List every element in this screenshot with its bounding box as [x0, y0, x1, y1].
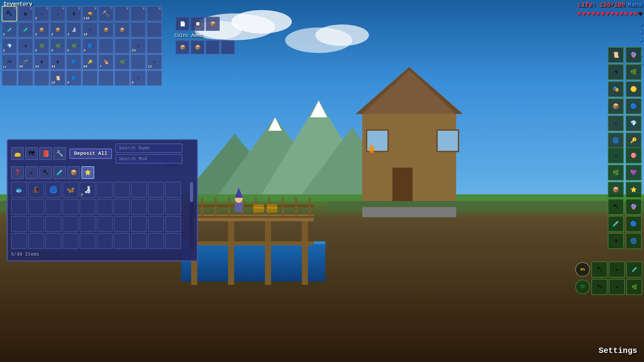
chest-slot-r4-1[interactable]	[11, 233, 27, 249]
deposit-all-button[interactable]: Deposit All	[69, 148, 112, 159]
inv-slot-r2-3[interactable]: 📦3	[34, 22, 49, 38]
chest-slot-r2-3[interactable]	[45, 199, 61, 215]
chest-icon-craft[interactable]: 🔧	[53, 147, 66, 160]
buff-equip-slot-2[interactable]: ✦	[609, 261, 625, 278]
chest-slot-r4-7[interactable]	[114, 233, 130, 249]
equip-slot-10[interactable]: 💎	[626, 115, 642, 131]
buff-shield[interactable]: 🛡	[575, 280, 590, 294]
chest-slot-r2-10[interactable]	[165, 199, 181, 215]
inv-slot-r5-1[interactable]	[2, 70, 17, 86]
filter-box[interactable]: 📦	[67, 166, 80, 179]
chest-slot-r3-8[interactable]	[131, 216, 147, 232]
chest-slot-r2-8[interactable]	[131, 199, 147, 215]
acc-slot-5[interactable]: 📦	[608, 182, 624, 198]
inv-slot-r2-2[interactable]: 🧪	[18, 22, 33, 38]
inv-slot-9[interactable]: 9	[130, 6, 146, 21]
acc-slot-4[interactable]: 💜	[626, 165, 642, 181]
chest-item-5[interactable]: 🍶3	[79, 182, 96, 198]
acc-slot-9[interactable]: 🧪	[608, 216, 624, 232]
acc-slot-3[interactable]: 🌿	[608, 165, 624, 181]
inv-slot-0[interactable]: 0	[147, 6, 162, 21]
inv-slot-2[interactable]: 2⚒	[18, 6, 33, 21]
acc-slot-1[interactable]: ⚔	[608, 147, 624, 164]
inv-slot-r4-1[interactable]: F9F9	[2, 54, 17, 70]
chest-slot-empty-1[interactable]	[97, 182, 113, 198]
acc-slot-7[interactable]: ⛏	[608, 199, 624, 215]
buff-equip-slot-5[interactable]: ✦	[609, 279, 625, 295]
inv-slot-r2-1[interactable]: 🧪3	[2, 22, 17, 38]
chest-slot-empty-2[interactable]	[114, 182, 130, 198]
equip-slot-6[interactable]: 🟡	[626, 81, 642, 97]
inv-slot-r4-4[interactable]: 🗡34	[50, 54, 65, 70]
equip-slot-12[interactable]: 🔑	[626, 132, 642, 148]
chest-slot-r3-2[interactable]	[28, 216, 44, 232]
chest-slot-r4-4[interactable]	[62, 233, 78, 249]
chest-slot-r2-1[interactable]	[11, 199, 27, 215]
chest-slot-r3-3[interactable]	[45, 216, 61, 232]
buff-slot-4[interactable]: 📦	[175, 40, 190, 54]
inv-slot-r4-2[interactable]: 🪄46	[18, 54, 33, 70]
inv-slot-r4-7[interactable]: 🍖7	[98, 54, 114, 70]
inv-slot-r4-5[interactable]: 🔵	[66, 54, 82, 70]
chest-slot-r4-2[interactable]	[28, 233, 44, 249]
inv-slot-r3-8[interactable]	[114, 38, 130, 54]
inv-slot-r5-8[interactable]	[114, 70, 130, 86]
acc-slot-2[interactable]: 🎯	[626, 147, 642, 164]
buff-equip-slot-3[interactable]: 🧪	[626, 261, 642, 278]
inv-slot-r3-5[interactable]: 🌿5	[66, 38, 82, 54]
inv-slot-r3-4[interactable]: 🌿3	[50, 38, 65, 54]
inv-slot-r4-9[interactable]	[130, 54, 146, 70]
chest-slot-r3-10[interactable]	[165, 216, 181, 232]
equip-slot-9[interactable]: ⚡	[608, 115, 624, 131]
chest-slot-r3-9[interactable]	[148, 216, 164, 232]
inv-slot-r3-3[interactable]: 🌿3	[34, 38, 49, 54]
chest-item-4[interactable]: 🦋	[62, 182, 78, 198]
inv-slot-r2-5[interactable]: 🍶3	[66, 22, 82, 38]
chest-slot-r3-5[interactable]	[79, 216, 96, 232]
inv-slot-1[interactable]: 1⛏	[2, 6, 17, 21]
filter-flask[interactable]: 🧪	[53, 166, 66, 179]
inv-slot-r5-5[interactable]: 🔵6	[66, 70, 82, 86]
chest-slot-r4-5[interactable]	[79, 233, 96, 249]
buff-equip-slot-6[interactable]: 🌿	[626, 279, 642, 295]
chest-slot-r4-3[interactable]	[45, 233, 61, 249]
inv-slot-r5-3[interactable]	[34, 70, 49, 86]
acc-slot-8[interactable]: 🔮	[626, 199, 642, 215]
inv-slot-r4-10[interactable]: ◯12	[147, 54, 162, 70]
chest-icon-map[interactable]: 🗺	[25, 147, 38, 160]
equip-slot-4[interactable]: 🌿	[626, 64, 642, 80]
filter-question[interactable]: ❓	[11, 166, 24, 179]
chest-slot-r3-4[interactable]	[62, 216, 78, 232]
inv-slot-r5-10[interactable]	[147, 70, 162, 86]
chest-slot-r2-5[interactable]	[79, 199, 96, 215]
inv-slot-r4-6[interactable]: 🔑89	[82, 54, 98, 70]
acc-slot-11[interactable]: ⚗	[608, 233, 624, 249]
chest-slot-r4-8[interactable]	[131, 233, 147, 249]
inv-slot-r3-10[interactable]	[147, 38, 162, 54]
filter-pickaxe[interactable]: ⛏	[39, 166, 52, 179]
chest-icon-book[interactable]: 📕	[39, 147, 52, 160]
scrollbar-thumb[interactable]	[190, 182, 193, 202]
inv-slot-r3-2[interactable]: ⚗	[18, 38, 33, 54]
equip-slot-8[interactable]: 🔵	[626, 98, 642, 114]
inv-slot-6[interactable]: 6🔫146	[82, 6, 98, 21]
inv-slot-r2-7[interactable]: 📦	[98, 22, 114, 38]
chest-slot-r3-6[interactable]	[97, 216, 113, 232]
buff-equip-slot-4[interactable]: ⛏	[591, 279, 607, 295]
acc-slot-12[interactable]: 🌀	[626, 233, 642, 249]
chest-slot-r4-6[interactable]	[97, 233, 113, 249]
buff-slot-1[interactable]: 📄	[175, 17, 190, 31]
filter-star[interactable]: ⭐	[82, 166, 94, 179]
chest-slot-r3-7[interactable]	[114, 216, 130, 232]
chest-slot-empty-4[interactable]	[148, 182, 164, 198]
chest-slot-r2-7[interactable]	[114, 199, 130, 215]
inv-slot-r2-9[interactable]	[130, 22, 146, 38]
chest-scrollbar[interactable]	[190, 182, 194, 249]
inv-slot-r5-7[interactable]	[98, 70, 114, 86]
buff-slot-3[interactable]: 📦	[206, 17, 220, 31]
filter-sword[interactable]: ⚔	[25, 166, 38, 179]
chest-item-1[interactable]: 🐟	[11, 182, 27, 198]
inv-slot-r5-4[interactable]: 📜16	[50, 70, 65, 86]
buff-slot-6[interactable]	[206, 40, 220, 54]
inv-slot-r4-8[interactable]: 🌿	[114, 54, 130, 70]
